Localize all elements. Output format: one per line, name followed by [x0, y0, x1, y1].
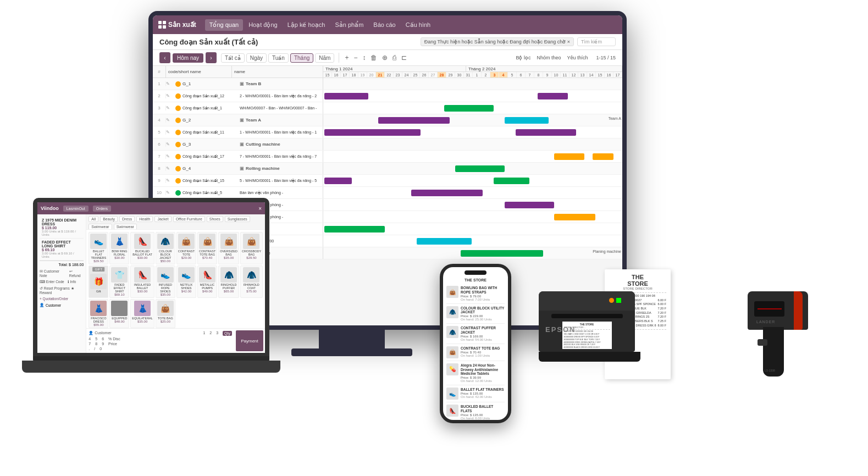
gantt-chart-row — [323, 126, 622, 138]
add-icon[interactable]: + — [344, 53, 350, 63]
cat-office[interactable]: Office Furniture — [173, 216, 205, 222]
time-year[interactable]: Năm — [315, 53, 334, 63]
pos-product-2[interactable]: 👗BOW RING FLORAL$30.00 — [109, 232, 129, 264]
pos-product-17[interactable]: EQUIPPED$48.00 — [109, 299, 129, 328]
payment-button[interactable]: Payment — [236, 330, 263, 351]
receipt-store-name: THE STORE — [609, 274, 666, 287]
gantt-bar — [324, 93, 368, 99]
nav-item-cau-hinh[interactable]: Cấu hình — [401, 19, 435, 31]
reset-programs-btn[interactable]: ↺ Reset Programs — [40, 286, 70, 290]
time-week[interactable]: Tuần — [268, 53, 289, 63]
slash-btn[interactable]: / — [94, 347, 95, 351]
pos-product-3[interactable]: 👠BUCKLED BALLOT FLAT$39.00 — [130, 232, 154, 264]
n8[interactable]: 8 — [95, 342, 97, 346]
n5[interactable]: 5 — [95, 337, 97, 341]
n4[interactable]: 4 — [89, 337, 91, 341]
pos-product-gift[interactable]: GIFT 🎁 Gift — [89, 265, 108, 298]
pos-body: Z 1975 MIDI DENIM DRESS $ 119.00 3.00 Un… — [37, 214, 265, 353]
attach-icon[interactable]: ⊏ — [400, 53, 408, 63]
pos-product-11[interactable]: 👟INFUSED ROPE SHOES$35.00 — [156, 265, 175, 298]
time-scale-buttons: Tất cả Ngày Tuần Tháng Năm — [221, 53, 334, 63]
dot-btn[interactable]: . — [89, 347, 90, 351]
pos-lasmout-btn[interactable]: LasminOut — [63, 206, 89, 212]
pos-product-16[interactable]: 👗FRACISCO DRESS$55.00 — [89, 299, 108, 328]
today-button[interactable]: Hôm nay — [173, 53, 203, 63]
prev-button[interactable]: ‹ — [159, 52, 170, 63]
phone-item-4[interactable]: 👜 CONTRAST TOTE BAG Price: $ 70.40 On ha… — [446, 344, 505, 361]
group-by-btn[interactable]: Nhóm theo — [537, 55, 561, 60]
disc-btn[interactable]: % Disc — [108, 337, 120, 341]
n7[interactable]: 7 — [89, 342, 91, 346]
n9[interactable]: 9 — [102, 342, 104, 346]
pos-orders-btn[interactable]: Orders — [93, 206, 111, 212]
qty-btn[interactable]: Qty — [223, 331, 232, 336]
zoom-icon[interactable]: ⊕ — [381, 53, 389, 63]
pos-product-8[interactable]: 👜CROSSBODY BAG$29.50 — [240, 232, 263, 264]
nav-item-bao-cao[interactable]: Báo cáo — [369, 19, 400, 31]
cat-shoes[interactable]: Shoes — [207, 216, 223, 222]
phone-item-2[interactable]: 🧥 COLOUR BLOCK UTILITY JACKET Price: $ 2… — [446, 304, 505, 324]
pos-total: Total: $ 188.00 — [40, 261, 84, 268]
monitor-stand — [319, 328, 385, 350]
cat-swimwear2[interactable]: Swimwear — [114, 224, 137, 230]
cat-swimwear[interactable]: Swimwear — [89, 224, 112, 230]
pos-product-10[interactable]: 👠INSULATED BALLET$30.00 — [130, 265, 154, 298]
enter-code-btn[interactable]: ⌨ Enter Code — [40, 280, 64, 284]
pos-product-9[interactable]: 👕FADED EFFECT SHIRT$69.10 — [109, 265, 129, 298]
pos-product-18[interactable]: 👗EQUILATERAL$35.00 — [130, 299, 154, 328]
pos-order-item-2[interactable]: FADED EFFECT LONG SHIRT $ 69.10 3.00 Uni… — [40, 239, 84, 261]
n0[interactable]: 0 — [99, 347, 102, 351]
delete-icon[interactable]: 🗑 — [369, 53, 378, 63]
phone-item-6[interactable]: 👟 BALLET FLAT TRAINERS Price: $ 135.00 O… — [446, 385, 505, 402]
pos-product-13[interactable]: 👠METALLIC PUMPS$49.00 — [197, 265, 217, 298]
cat-health[interactable]: Health — [136, 216, 153, 222]
pos-product-1[interactable]: 👟BALLET FLAT TRAINERS$29.50 — [89, 232, 108, 264]
search-input[interactable]: Tìm kiếm — [577, 37, 616, 46]
time-all[interactable]: Tất cả — [221, 53, 245, 63]
cat-sunglasses[interactable]: Sunglasses — [225, 216, 250, 222]
refund-btn[interactable]: ↩ Refund — [69, 269, 84, 278]
cat-jacket[interactable]: Jacket — [154, 216, 171, 222]
customer-label[interactable]: Customer — [46, 303, 61, 307]
price-btn[interactable]: Price — [108, 342, 117, 346]
nav-item-tong-quan[interactable]: Tổng quan — [205, 19, 243, 31]
time-day[interactable]: Ngày — [246, 53, 267, 63]
minus-icon[interactable]: − — [352, 53, 358, 63]
pos-order-item-1[interactable]: Z 1975 MIDI DENIM DRESS $ 119.00 3.00 Un… — [40, 217, 84, 239]
n6[interactable]: 6 — [102, 337, 104, 341]
pos-product-5[interactable]: 👜CONTRAST TOTE$29.00 — [176, 232, 196, 264]
cat-all[interactable]: All — [89, 216, 98, 222]
phone-item-1[interactable]: 👜 BOWLING BAG WITH ROPE STRAPS Price: $ … — [446, 284, 505, 304]
pos-product-4[interactable]: 🧥COLOUR BLOCK JACKET$50.00 — [156, 232, 175, 264]
filter-tag[interactable]: Đang Thực hiện hoặc Sẵn sàng hoặc Đang đ… — [421, 37, 574, 46]
nav-item-lap-ke-hoach[interactable]: Lập kế hoạch — [283, 19, 330, 31]
next-button[interactable]: › — [206, 52, 217, 63]
arrows-icon[interactable]: ↕ — [361, 53, 367, 63]
cat-beauty[interactable]: Beauty — [100, 216, 118, 222]
pos-product-7[interactable]: 👜OVERSIZED BAG$35.00 — [218, 232, 239, 264]
nav-item-hoat-dong[interactable]: Hoạt động — [244, 19, 282, 31]
favorites-btn[interactable]: Yêu thích — [567, 55, 588, 60]
info-btn[interactable]: ℹ Info — [68, 280, 76, 284]
pos-product-15[interactable]: 🧥RHINHOLD COAT$75.00 — [240, 265, 263, 298]
phone-item-3[interactable]: 🧥 CONTRAST PUFFER JACKET Price: $ 169.00… — [446, 324, 505, 344]
customer-note-btn[interactable]: ✉ Customer Note — [40, 269, 66, 278]
time-month[interactable]: Tháng — [290, 53, 313, 63]
pos-product-panel: All Beauty Dress Health Jacket Office Fu… — [86, 214, 265, 353]
phone-item-7[interactable]: 👠 BUCKLED BALLET FLATS Price: $ 135.00 O… — [446, 402, 505, 420]
filter-btn[interactable]: Bộ lọc — [516, 55, 530, 60]
day-26: 26 — [420, 72, 429, 78]
day-16: 16 — [332, 72, 341, 78]
pos-product-12[interactable]: 👟NETFLIX SHOES$42.00 — [176, 265, 196, 298]
nav-item-san-pham[interactable]: Sản phẩm — [330, 19, 368, 31]
pos-close-btn[interactable]: × — [258, 206, 262, 212]
laptop-base — [22, 361, 280, 373]
cat-dress[interactable]: Dress — [119, 216, 135, 222]
pos-product-19[interactable]: 👜TOTE BAG$25.00 — [156, 299, 175, 328]
pos-product-14[interactable]: 🧥RINGHOLD PUFFER$65.00 — [218, 265, 239, 298]
pos-product-6[interactable]: 👜CONTRAST TOTE BAG$70.40 — [197, 232, 217, 264]
phone-item-5[interactable]: 💊 Alegra 24 Hour Non-Drowsy Antihistamin… — [446, 361, 505, 385]
print-icon[interactable]: ⎙ — [391, 53, 397, 63]
pos-quotation-btn[interactable]: + Quotation/Order — [40, 296, 84, 302]
gantt-bar — [417, 238, 472, 245]
